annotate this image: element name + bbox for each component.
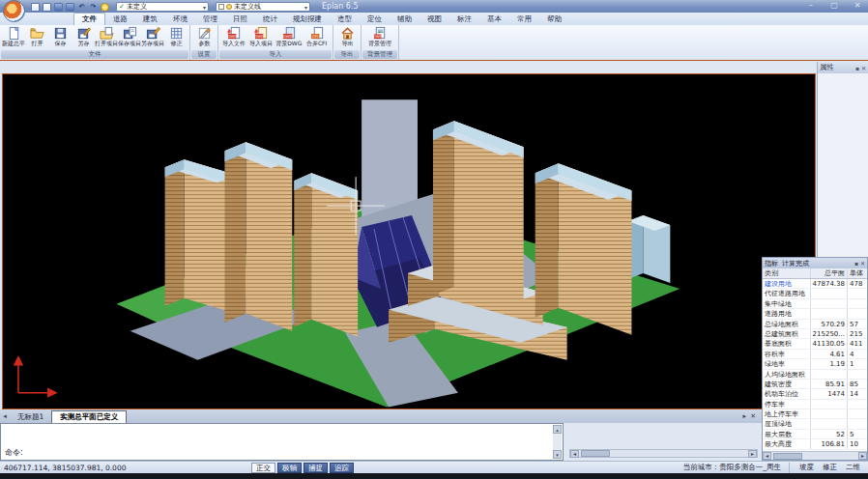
new-document-icon[interactable] [31, 3, 40, 12]
drawing-tab-siteplan[interactable]: 实测总平面已定义 [51, 410, 127, 423]
redo-icon[interactable]: ↷ [89, 3, 98, 12]
row-label: 地上停车率 [763, 409, 811, 418]
drawing-viewport[interactable] [2, 73, 816, 409]
pin-icon[interactable]: ▪ [854, 260, 858, 267]
close-panel-icon[interactable]: ✕ [860, 260, 865, 267]
indicator-horizontal-scrollbar[interactable]: ◂ ▸ [763, 451, 867, 460]
ribbon-button-background-manage[interactable]: DWG 背景管理 [363, 26, 396, 47]
drawing-tab-untitled[interactable]: 无标题1 [10, 411, 51, 423]
ribbon-button-import-file[interactable]: DWG 导入文件 [220, 26, 247, 47]
tab-annotate[interactable]: 标注 [449, 14, 479, 25]
2d-view-button[interactable]: 二维 [842, 463, 864, 473]
scroll-left-icon[interactable]: ◂ [763, 452, 771, 460]
ribbon-button-import-project[interactable]: DWG 导入项目 [247, 26, 275, 47]
table-row[interactable]: 建筑密度85.9185 [763, 380, 867, 389]
ribbon-button-save[interactable]: 保存 [48, 26, 72, 47]
table-row[interactable]: 代征道路用地 [763, 289, 867, 298]
table-row[interactable]: 建设用地47874.38478 [763, 279, 867, 289]
pin-icon[interactable]: ▪ [855, 65, 859, 71]
save-as-icon [76, 26, 91, 41]
table-row[interactable]: 集中绿地 [763, 299, 867, 309]
toggle-polar[interactable]: 极轴 [277, 463, 302, 473]
scrollbar-thumb[interactable] [773, 453, 802, 460]
command-scrollbar[interactable]: ▴ ▾ [553, 425, 562, 459]
table-row[interactable]: 道路用地 [763, 309, 867, 319]
row-value2: 215 [848, 329, 865, 338]
tab-environment[interactable]: 环境 [165, 14, 195, 25]
tab-view[interactable]: 视图 [420, 14, 449, 25]
tab-statistics[interactable]: 统计 [255, 14, 285, 25]
scroll-up-icon[interactable]: ▴ [553, 425, 562, 434]
maximize-button[interactable]: ▢ [827, 1, 841, 10]
ribbon-button-save-as[interactable]: 另存 [72, 26, 95, 47]
table-row[interactable]: 人均绿地面积 [763, 370, 867, 380]
ribbon-button-export[interactable]: 导出 [335, 26, 359, 47]
tab-scroll-left-icon[interactable]: ◂ [0, 410, 10, 423]
save-all-icon[interactable] [66, 3, 74, 12]
tab-modeling[interactable]: 造型 [330, 14, 360, 25]
table-row[interactable]: 最大层数525 [763, 430, 867, 439]
linetype-combo[interactable]: 未定义线 ▾ [216, 2, 310, 12]
table-row[interactable]: 绿地率1.191 [763, 359, 867, 369]
ribbon-button-parameters[interactable]: 参数 [192, 26, 216, 47]
app-logo-icon[interactable] [3, 0, 25, 22]
tab-auxiliary[interactable]: 辅助 [390, 14, 420, 25]
indicator-panel-status: 计算完成 [782, 259, 809, 268]
table-row[interactable]: 容积率4.614 [763, 350, 867, 359]
table-row[interactable]: 地上停车率 [763, 409, 867, 419]
close-button[interactable]: ✕ [851, 1, 864, 10]
table-row[interactable]: 机动车泊位147414 [763, 389, 867, 399]
row-label: 总建筑面积 [763, 329, 811, 338]
tab-basic[interactable]: 基本 [479, 14, 509, 25]
ribbon-button-correct[interactable]: 修正 [164, 26, 188, 47]
ribbon-button-save-as-project[interactable]: 另存项目 [141, 26, 164, 47]
tab-close-icon[interactable]: ✕ [750, 410, 756, 423]
scroll-down-icon[interactable]: ▾ [553, 450, 562, 459]
save-icon[interactable] [54, 3, 63, 12]
table-row[interactable]: 屋顶绿地 [763, 419, 867, 429]
style-combo[interactable]: ✓ 未定义 ▾ [116, 2, 209, 12]
tab-help[interactable]: 帮助 [539, 14, 569, 25]
command-prompt[interactable]: 命令: [5, 447, 23, 458]
toggle-snap[interactable]: 捕捉 [304, 463, 328, 473]
tab-next-icon[interactable]: ▸ [743, 410, 747, 423]
layer-bulb-icon[interactable] [101, 3, 109, 12]
command-window[interactable]: 命令: ▴ ▾ [0, 423, 564, 461]
close-panel-icon[interactable]: ✕ [861, 65, 866, 71]
scroll-right-icon[interactable]: ▸ [748, 450, 757, 458]
tab-common[interactable]: 常用 [509, 14, 539, 25]
ribbon-button-open[interactable]: 打开 [25, 26, 48, 47]
undo-icon[interactable]: ↶ [77, 3, 86, 12]
table-row[interactable]: 基底面积41130.05411 [763, 339, 867, 349]
ribbon-button-open-project[interactable]: 打开项目 [95, 26, 118, 47]
correct-button[interactable]: 修正 [819, 463, 841, 473]
table-row[interactable]: 总建筑面积215250...215 [763, 329, 867, 339]
ribbon-button-new-plan[interactable]: 新建总平 [2, 26, 25, 47]
table-row[interactable]: 总绿地面积570.2957 [763, 320, 867, 329]
ribbon-button-merge-cfi[interactable]: CFI 合并CFI [304, 26, 331, 47]
open-document-icon[interactable] [43, 3, 51, 12]
scroll-left-icon[interactable]: ◂ [570, 450, 579, 458]
tab-sunshine[interactable]: 日照 [225, 14, 255, 25]
ribbon-button-background-dwg[interactable]: DWG 背景DWG [275, 26, 304, 47]
indicator-panel-titlebar: 指标 计算完成 ▪ ✕ [763, 258, 867, 268]
tab-planning-submit[interactable]: 规划报建 [285, 14, 330, 25]
table-row[interactable]: 最大高度106.8110 [763, 439, 867, 449]
ribbon-button-save-project[interactable]: 保存项目 [118, 26, 141, 47]
tab-building[interactable]: 建筑 [135, 14, 165, 25]
toggle-ortho[interactable]: 正交 [251, 463, 275, 473]
tab-file[interactable]: 文件 [73, 13, 105, 25]
slope-button[interactable]: 坡度 [796, 463, 818, 473]
toggle-track[interactable]: 追踪 [330, 463, 354, 473]
tab-road[interactable]: 道路 [105, 14, 135, 25]
save-as-project-icon [146, 26, 160, 41]
minimize-button[interactable]: – [804, 1, 818, 10]
scrollbar-thumb[interactable] [581, 450, 610, 457]
table-row[interactable]: 停车率 [763, 400, 867, 409]
tab-manage[interactable]: 管理 [195, 14, 225, 25]
tab-positioning[interactable]: 定位 [360, 14, 390, 25]
scroll-right-icon[interactable]: ▸ [858, 452, 867, 460]
row-value2 [848, 309, 865, 318]
viewport-horizontal-scrollbar[interactable]: ◂ ▸ [569, 449, 758, 458]
row-value2: 5 [848, 430, 865, 438]
